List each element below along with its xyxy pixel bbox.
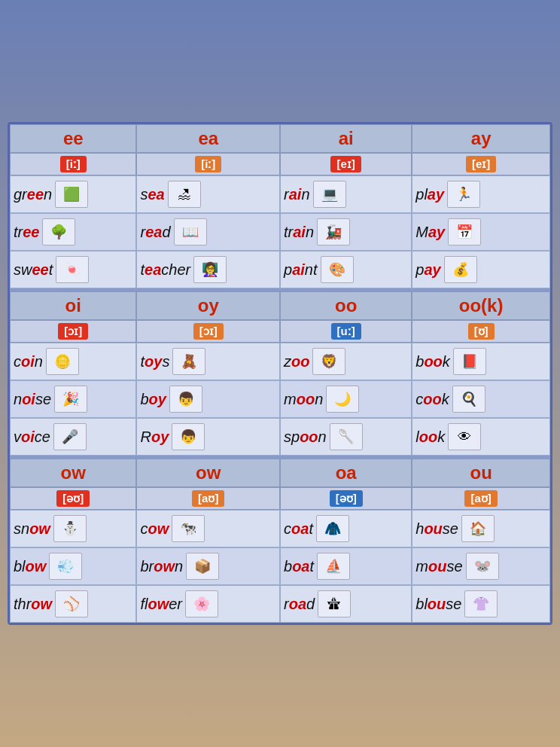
header-text: oo [335, 295, 357, 316]
word-item: read 📖 [140, 218, 276, 245]
word-cell: blouse 👚 [412, 585, 550, 623]
word-cell: coin 🪙 [10, 343, 136, 380]
word-icon: 🐄 [172, 515, 205, 542]
word-icon: 🏠 [461, 515, 495, 542]
word-icon: 🎉 [54, 386, 87, 413]
phoneme-badge: [əʊ] [56, 490, 90, 507]
word-item: noise 🎉 [14, 386, 132, 413]
header-text: ea [198, 128, 218, 148]
column-header: oi [10, 291, 136, 320]
header-text: ou [470, 462, 492, 483]
phoneme-badge: [eɪ] [330, 156, 361, 172]
word-item: look 👁 [415, 423, 546, 450]
word-item: cow 🐄 [140, 515, 276, 542]
word-item: train 🚂 [284, 218, 408, 245]
word-cell: mouse 🐭 [412, 547, 550, 585]
word-item: green 🟩 [14, 181, 132, 208]
word-cell: train 🚂 [280, 213, 412, 251]
word-icon: 🌙 [326, 386, 359, 413]
word-cell: book 📕 [412, 343, 550, 380]
word-item: boat ⛵ [284, 553, 408, 580]
word-item: flower 🌸 [140, 590, 276, 617]
word-cell: tree 🌳 [10, 213, 136, 251]
header-text: oa [336, 462, 357, 483]
word-icon: 📅 [448, 218, 481, 245]
word-icon: 🧸 [172, 348, 205, 375]
word-icon: 💻 [313, 181, 346, 208]
word-icon: 🎨 [321, 256, 354, 283]
word-cell: play 🏃 [412, 175, 550, 213]
word-icon: 🍬 [56, 256, 89, 283]
word-cell: boat ⛵ [280, 547, 412, 585]
word-cell: teacher 👩‍🏫 [136, 251, 280, 288]
word-cell: zoo 🦁 [280, 343, 412, 380]
header-text: ee [63, 128, 84, 148]
word-icon: 👦 [172, 423, 205, 450]
word-item: road 🛣 [284, 590, 408, 617]
column-header: oo(k) [412, 291, 550, 320]
word-icon: 🚂 [317, 218, 350, 245]
word-icon: ⚾ [55, 590, 88, 617]
word-icon: 👚 [464, 590, 498, 617]
word-item: zoo 🦁 [284, 348, 408, 375]
phoneme-cell: [aʊ] [412, 487, 550, 510]
word-item: spoon 🥄 [284, 423, 408, 450]
word-icon: 🌳 [42, 218, 75, 245]
word-icon: 🏃 [447, 181, 480, 208]
word-cell: snow ⛄ [10, 510, 136, 547]
column-header: ea [136, 124, 280, 153]
word-icon: 🛣 [318, 590, 351, 617]
word-cell: road 🛣 [280, 585, 412, 623]
word-icon: ⛵ [317, 553, 350, 580]
word-item: mouse 🐭 [415, 553, 546, 580]
column-header: ou [412, 459, 550, 487]
word-item: toys 🧸 [140, 348, 276, 375]
word-icon: 🪙 [46, 348, 79, 375]
word-cell: cook 🍳 [412, 380, 550, 418]
word-item: pay 💰 [415, 256, 546, 283]
phoneme-cell: [uː] [280, 320, 412, 343]
word-item: house 🏠 [415, 515, 546, 542]
word-cell: paint 🎨 [280, 251, 412, 288]
word-icon: 🍳 [452, 386, 485, 413]
word-cell: look 👁 [412, 418, 550, 456]
word-icon: 🌸 [185, 590, 218, 617]
phoneme-badge: [aʊ] [464, 490, 497, 507]
word-cell: house 🏠 [412, 510, 550, 547]
word-cell: pay 💰 [412, 251, 550, 288]
word-item: play 🏃 [415, 181, 546, 208]
word-cell: moon 🌙 [280, 380, 412, 418]
column-header: ow [10, 459, 136, 487]
header-text: oo(k) [459, 295, 504, 316]
word-item: snow ⛄ [14, 515, 132, 542]
word-icon: 📕 [453, 348, 486, 375]
word-icon: 🐭 [466, 553, 499, 580]
word-item: moon 🌙 [284, 386, 408, 413]
header-text: oi [65, 295, 81, 316]
phoneme-cell: [əʊ] [280, 487, 412, 510]
word-cell: read 📖 [136, 213, 280, 251]
column-header: oo [280, 291, 412, 320]
word-cell: toys 🧸 [136, 343, 280, 380]
word-item: Roy 👦 [140, 423, 276, 450]
header-text: oy [198, 295, 219, 316]
phoneme-badge: [iː] [60, 156, 87, 172]
phoneme-badge: [aʊ] [192, 490, 224, 507]
header-text: ow [196, 462, 221, 483]
word-item: throw ⚾ [14, 590, 132, 617]
phonics-chart: eeeaaiay[iː][iː][eɪ][eɪ] green 🟩 sea 🏖 r… [8, 122, 552, 625]
word-item: sea 🏖 [140, 181, 276, 208]
column-header: ay [412, 124, 550, 153]
word-icon: 📦 [186, 553, 219, 580]
phoneme-badge: [ʊ] [468, 323, 495, 340]
phoneme-cell: [iː] [10, 153, 136, 175]
column-header: ai [280, 124, 412, 153]
word-cell: throw ⚾ [10, 585, 136, 623]
word-icon: 🏖 [168, 181, 201, 208]
word-icon: 👩‍🏫 [193, 256, 227, 283]
word-cell: rain 💻 [280, 175, 412, 213]
word-cell: sweet 🍬 [10, 251, 136, 288]
word-item: paint 🎨 [284, 256, 408, 283]
word-cell: boy 👦 [136, 380, 280, 418]
word-item: brown 📦 [140, 553, 276, 580]
